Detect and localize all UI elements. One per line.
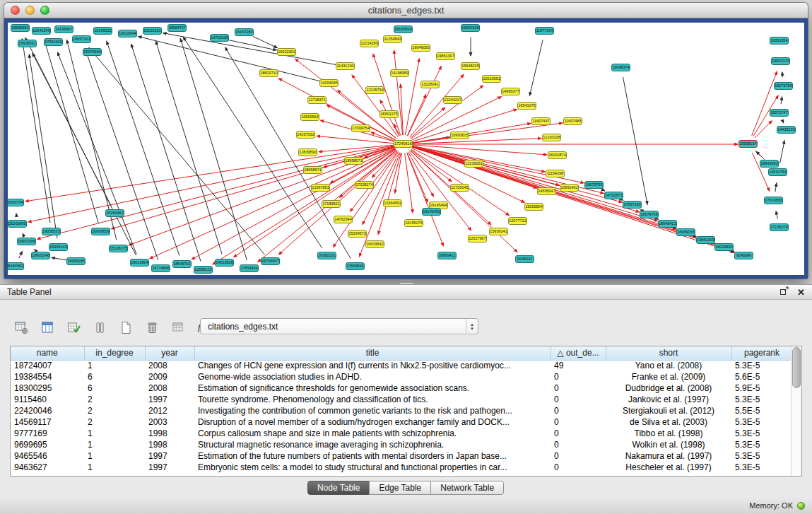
graph-node[interactable]: 17010830: [764, 197, 783, 204]
graph-node[interactable]: 14762544: [334, 216, 353, 223]
graph-node[interactable]: 17183521: [322, 200, 341, 208]
graph-node[interactable]: 12718371: [307, 96, 326, 104]
column-header-title[interactable]: title: [194, 346, 551, 360]
graph-edge[interactable]: [782, 72, 783, 77]
graph-node[interactable]: 15264573: [348, 230, 367, 238]
graph-edge[interactable]: [780, 141, 785, 164]
graph-edge[interactable]: [183, 37, 322, 249]
graph-node[interactable]: 19861307: [436, 52, 455, 60]
close-panel-icon[interactable]: ✕: [797, 288, 805, 297]
graph-node[interactable]: 16155276: [404, 219, 423, 227]
show-columns-icon[interactable]: [39, 319, 56, 336]
column-header-pagerank[interactable]: pagerank: [731, 346, 792, 360]
create-table-icon[interactable]: [117, 319, 134, 336]
graph-node[interactable]: 11431230: [336, 62, 355, 70]
table-row[interactable]: 977716911998Corpus callosum shape and si…: [11, 428, 792, 439]
column-header-in_degree[interactable]: in_degree: [84, 346, 145, 360]
graph-node[interactable]: 20668659: [91, 228, 110, 235]
graph-node[interactable]: 16959033: [676, 228, 695, 236]
graph-node[interactable]: 19056533: [42, 228, 61, 235]
graph-node[interactable]: 10196532: [93, 27, 112, 35]
graph-edge[interactable]: [781, 97, 782, 104]
graph-edge[interactable]: [602, 189, 604, 191]
graph-node[interactable]: 12364591: [383, 199, 402, 207]
panel-splitter[interactable]: [0, 279, 812, 284]
graph-node[interactable]: 12216051: [464, 160, 483, 168]
table-row[interactable]: 946362711997Embryonic stem cells: a mode…: [11, 462, 792, 473]
graph-node[interactable]: 19351954: [770, 37, 789, 45]
graph-node[interactable]: 11254843: [383, 35, 402, 43]
graph-edge[interactable]: [529, 40, 543, 96]
graph-node[interactable]: 15948225: [461, 62, 480, 70]
graph-node[interactable]: 11607437: [531, 117, 551, 125]
graph-node[interactable]: 16754837: [261, 257, 280, 265]
graph-node[interactable]: 10590563: [300, 113, 319, 121]
delete-table-icon[interactable]: [143, 319, 160, 336]
graph-node[interactable]: 17654596: [346, 262, 365, 270]
graph-node[interactable]: 16679755: [584, 181, 604, 189]
graph-node[interactable]: 18984707: [167, 24, 187, 32]
column-header-out_de[interactable]: △ out_de...: [551, 346, 606, 360]
graph-node[interactable]: 18958571: [303, 166, 322, 174]
table-row[interactable]: 911546021997Tourette syndrome. Phenomeno…: [11, 394, 792, 405]
graph-node[interactable]: 12077712: [508, 217, 527, 225]
graph-node[interactable]: 12527957: [468, 235, 487, 243]
row-selector-icon[interactable]: [91, 319, 108, 336]
graph-node[interactable]: 12204217: [443, 96, 462, 104]
graph-node[interactable]: 25260462: [105, 209, 124, 217]
graph-edge[interactable]: [411, 107, 445, 138]
graph-edge[interactable]: [413, 146, 623, 202]
graph-node[interactable]: 18271747: [770, 109, 789, 117]
graph-edge[interactable]: [317, 136, 394, 143]
graph-node[interactable]: 17554304: [240, 264, 259, 272]
graph-edge[interactable]: [412, 147, 734, 252]
graph-edge[interactable]: [37, 146, 395, 239]
network-canvas[interactable]: 1724061612214280112548431664905019861307…: [8, 23, 804, 275]
graph-edge[interactable]: [752, 153, 770, 191]
graph-node[interactable]: 11720045: [450, 184, 469, 192]
graph-node[interactable]: 17135278: [770, 223, 789, 231]
graph-node[interactable]: 12610651: [482, 75, 501, 83]
column-header-name[interactable]: name: [11, 346, 84, 360]
graph-edge[interactable]: [19, 251, 23, 258]
graph-edge[interactable]: [783, 122, 784, 123]
graph-node[interactable]: 15108175: [109, 245, 128, 252]
graph-node[interactable]: 13228041: [420, 81, 440, 88]
edit-table-icon[interactable]: [65, 319, 82, 336]
graph-node[interactable]: 18820710: [259, 69, 278, 77]
graph-node[interactable]: 18945421: [658, 220, 677, 228]
graph-node[interactable]: 18163504: [394, 25, 413, 33]
graph-edge[interactable]: [405, 153, 413, 213]
table-row[interactable]: 1872400712008Changes of HCN gene express…: [11, 360, 792, 371]
graph-node[interactable]: 18957201: [72, 35, 91, 43]
graph-node[interactable]: 14196959: [390, 69, 409, 77]
graph-node[interactable]: 16679758: [640, 211, 659, 218]
graph-node[interactable]: 12367591: [311, 184, 330, 192]
graph-edge[interactable]: [413, 123, 563, 143]
graph-node[interactable]: 16162874: [548, 151, 567, 159]
graph-node[interactable]: 16962096: [17, 238, 36, 245]
table-scrollbar[interactable]: [791, 346, 801, 476]
graph-edge[interactable]: [623, 77, 647, 205]
zoom-window-button[interactable]: [40, 6, 49, 15]
graph-node[interactable]: 19565683: [11, 24, 30, 32]
table-row[interactable]: 1938455462009Genome-wide association stu…: [11, 371, 792, 382]
graph-node[interactable]: 15936141: [489, 228, 508, 235]
graph-node[interactable]: 12839590: [298, 148, 317, 156]
graph-node[interactable]: 19013904: [130, 259, 149, 267]
graph-node[interactable]: 18301275: [379, 110, 399, 118]
graph-edge[interactable]: [22, 39, 50, 223]
graph-edge[interactable]: [756, 151, 763, 158]
tab-node-table[interactable]: Node Table: [307, 481, 370, 495]
graph-node[interactable]: 17240616: [394, 140, 413, 148]
graph-node[interactable]: 11877304: [535, 27, 554, 35]
graph-edge[interactable]: [52, 257, 67, 260]
graph-edge[interactable]: [775, 183, 777, 192]
graph-edge[interactable]: [45, 41, 98, 223]
graph-node[interactable]: 16382101: [317, 252, 336, 259]
graph-node[interactable]: 16157280: [235, 28, 254, 36]
graph-edge[interactable]: [229, 40, 277, 50]
graph-node[interactable]: 14204095: [319, 79, 339, 87]
graph-node[interactable]: 12214280: [360, 40, 379, 47]
graph-node[interactable]: 17028174: [355, 181, 374, 189]
